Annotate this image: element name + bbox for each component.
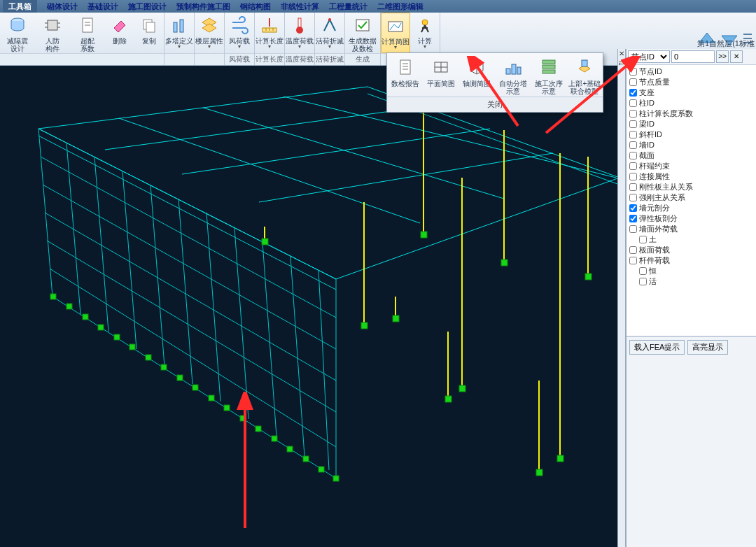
btn-fuzhi[interactable]: 复制 xyxy=(134,13,164,53)
doc-icon xyxy=(77,15,98,36)
display-option[interactable]: 刚性板主从关系 xyxy=(629,182,753,192)
btn-chaopei[interactable]: 超配系数 xyxy=(70,13,105,53)
svg-rect-57 xyxy=(66,304,72,309)
svg-rect-77 xyxy=(459,385,465,392)
display-option-label: 连接属性 xyxy=(639,171,670,182)
svg-rect-83 xyxy=(501,260,507,266)
highlight-button[interactable]: 高亮显示 xyxy=(687,340,728,355)
display-option-checkbox[interactable] xyxy=(629,257,637,264)
diagram-icon xyxy=(385,15,406,36)
display-option[interactable]: 支座 xyxy=(629,87,753,98)
display-option-checkbox[interactable] xyxy=(629,141,637,149)
display-option-checkbox[interactable] xyxy=(629,215,637,222)
clear-button[interactable]: ✕ xyxy=(730,50,743,63)
go-button[interactable]: >> xyxy=(716,50,729,63)
id-value-input[interactable] xyxy=(671,50,715,63)
menu-item[interactable]: 非线性计算 xyxy=(281,1,319,12)
display-option-checkbox[interactable] xyxy=(639,236,647,243)
svg-rect-64 xyxy=(177,375,183,381)
btn-jsjiantu[interactable]: 计算简图▾ xyxy=(381,13,410,53)
menu-item[interactable]: 二维图形编辑 xyxy=(377,1,424,12)
menu-item[interactable]: 工程量统计 xyxy=(329,1,368,12)
svg-rect-13 xyxy=(180,20,183,32)
svg-rect-81 xyxy=(536,469,542,476)
display-option[interactable]: 墙元剖分 xyxy=(629,203,753,213)
report-icon xyxy=(394,56,416,78)
display-option[interactable]: 杆端约束 xyxy=(629,161,753,171)
svg-rect-59 xyxy=(98,325,104,330)
display-option-checkbox[interactable] xyxy=(629,204,637,212)
btn-wendu[interactable]: 温度荷载▾ xyxy=(285,13,314,53)
display-option-checkbox[interactable] xyxy=(629,183,637,191)
svg-rect-80 xyxy=(445,396,451,402)
display-option-checkbox[interactable] xyxy=(639,267,647,275)
display-option[interactable]: 恒 xyxy=(639,266,753,276)
btn-shanchu[interactable]: 删除 xyxy=(105,13,134,53)
load-fea-button[interactable]: 载入FEA提示 xyxy=(629,340,685,355)
layers-icon xyxy=(199,15,220,36)
display-option-checkbox[interactable] xyxy=(629,173,637,180)
cyl-icon xyxy=(7,15,28,36)
display-option[interactable]: 节点ID xyxy=(629,66,753,77)
display-option[interactable]: 连接属性 xyxy=(629,171,753,182)
svg-rect-1 xyxy=(48,20,57,30)
btn-huohe[interactable]: 活荷折减▾ xyxy=(315,13,344,53)
svg-rect-82 xyxy=(421,232,427,238)
run-icon xyxy=(414,15,435,36)
btn-jschangdu[interactable]: 计算长度▾ xyxy=(255,13,284,53)
display-option[interactable]: 土 xyxy=(639,234,753,245)
display-option[interactable]: 节点质量 xyxy=(629,77,753,87)
menu-item[interactable]: 钢结构图 xyxy=(240,1,271,12)
thermo-icon xyxy=(289,15,310,36)
menu-item[interactable]: 预制构件施工图 xyxy=(176,1,230,12)
display-option[interactable]: 活 xyxy=(639,276,753,287)
display-option[interactable]: 杆件荷载 xyxy=(629,255,753,266)
annotation-arrow-3 xyxy=(203,392,287,532)
display-option[interactable]: 墙ID xyxy=(629,140,753,150)
btn-louceng[interactable]: 楼层属性▾ xyxy=(195,13,224,53)
eraser-icon xyxy=(109,15,130,36)
display-option[interactable]: 强刚主从关系 xyxy=(629,192,753,203)
towers-icon xyxy=(169,15,190,36)
display-option[interactable]: 板面荷载 xyxy=(629,245,753,255)
model-canvas[interactable] xyxy=(0,66,626,547)
display-option[interactable]: 墙面外荷载 xyxy=(629,224,753,234)
svg-line-86 xyxy=(546,63,630,133)
btn-fenghe[interactable]: 风荷载▾ xyxy=(225,13,254,53)
display-option-checkbox[interactable] xyxy=(629,162,637,170)
display-option-label: 杆件荷载 xyxy=(639,255,670,266)
svg-line-85 xyxy=(475,63,518,126)
display-option[interactable]: 截面 xyxy=(629,150,753,161)
display-option-checkbox[interactable] xyxy=(629,194,637,201)
display-option-label: 恒 xyxy=(649,266,657,276)
top-menu-bar: 工具箱 砌体设计 基础设计 施工图设计 预制构件施工图 钢结构图 非线性计算 工… xyxy=(0,0,756,13)
btn-jisuan[interactable]: 计算▾ xyxy=(410,13,440,53)
btn-duota[interactable]: 多塔定义▾ xyxy=(164,13,194,53)
svg-point-22 xyxy=(296,27,303,34)
svg-rect-75 xyxy=(262,239,268,245)
chip-icon xyxy=(42,15,63,36)
display-option-label: 土 xyxy=(649,234,657,245)
display-option[interactable]: 柱ID xyxy=(629,98,753,108)
display-option-checkbox[interactable] xyxy=(629,246,637,254)
display-option-checkbox[interactable] xyxy=(639,278,647,285)
svg-rect-79 xyxy=(393,315,399,322)
btn-jianzhen[interactable]: 减隔震设计 xyxy=(0,13,35,53)
menu-item[interactable]: 基础设计 xyxy=(88,1,118,12)
btn-shengcheng[interactable]: 生成数据及数检 xyxy=(345,13,380,53)
display-option[interactable]: 梁ID xyxy=(629,119,753,129)
menu-toolbox[interactable]: 工具箱 xyxy=(3,0,37,13)
display-option[interactable]: 斜杆ID xyxy=(629,129,753,140)
display-option-label: 强刚主从关系 xyxy=(639,192,685,203)
display-option[interactable]: 弹性板剖分 xyxy=(629,213,753,224)
svg-rect-58 xyxy=(83,314,88,320)
display-option-checkbox[interactable] xyxy=(629,152,637,159)
display-option-label: 杆端约束 xyxy=(639,161,670,171)
copy-icon xyxy=(139,15,160,36)
btn-renfang[interactable]: 人防构件 xyxy=(35,13,70,53)
dd-shujian[interactable]: 数检报告 xyxy=(387,53,423,97)
display-option[interactable]: 柱计算长度系数 xyxy=(629,108,753,119)
menu-item[interactable]: 砌体设计 xyxy=(47,1,78,12)
display-option-checkbox[interactable] xyxy=(629,225,637,233)
menu-item[interactable]: 施工图设计 xyxy=(128,1,167,12)
